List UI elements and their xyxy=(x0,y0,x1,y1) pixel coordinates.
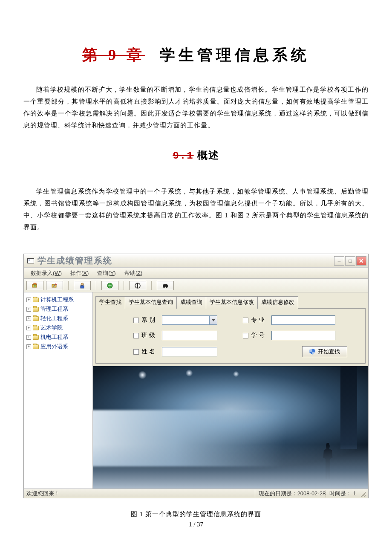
folder-icon xyxy=(33,316,39,321)
start-search-button[interactable]: 开始查找 xyxy=(302,346,347,357)
expand-icon[interactable]: + xyxy=(26,335,31,340)
status-date: 现在的日期是：2008-02-28 xyxy=(255,490,326,497)
svg-rect-10 xyxy=(164,284,167,286)
toolbar-btn-5[interactable] xyxy=(129,281,146,290)
class-checkbox[interactable] xyxy=(133,333,139,338)
chevron-down-icon[interactable] xyxy=(209,316,217,324)
pillar xyxy=(340,366,357,449)
name-label: 姓名 xyxy=(141,348,162,356)
expand-icon[interactable]: + xyxy=(26,307,31,312)
tab-student-info-query[interactable]: 学生基本信息查询 xyxy=(125,296,177,309)
chapter-title: 学生管理信息系统 xyxy=(160,46,310,64)
class-input[interactable] xyxy=(162,331,217,340)
sid-input[interactable] xyxy=(271,331,335,340)
tab-grade-query[interactable]: 成绩查询 xyxy=(176,296,206,309)
resize-grip-icon[interactable] xyxy=(360,491,366,497)
toolbar-separator xyxy=(124,281,124,290)
right-pane: 学生查找 学生基本信息查询 成绩查询 学生基本信息修改 成绩信息修改 系别 专业 xyxy=(93,292,368,489)
name-checkbox[interactable] xyxy=(133,349,139,355)
tree-item[interactable]: +艺术学院 xyxy=(26,323,91,332)
section-heading: 9.1 概述 xyxy=(23,148,369,162)
status-time: 时间是： 1 xyxy=(326,490,358,497)
menu-operate[interactable]: 操作(X) xyxy=(66,269,93,277)
status-bar: 欢迎您回来！ 现在的日期是：2008-02-28 时间是： 1 xyxy=(24,489,368,498)
subway-train xyxy=(93,410,288,466)
toolbar-separator xyxy=(96,281,96,290)
minimize-button[interactable] xyxy=(334,256,344,266)
toolbar-btn-3[interactable] xyxy=(74,281,91,290)
dept-combo[interactable] xyxy=(162,315,217,325)
expand-icon[interactable]: + xyxy=(26,344,31,349)
section-title: 概述 xyxy=(197,150,219,161)
tab-grade-edit[interactable]: 成绩信息修改 xyxy=(257,296,298,309)
status-welcome: 欢迎您回来！ xyxy=(26,490,60,497)
tab-student-search[interactable]: 学生查找 xyxy=(95,296,125,309)
toolbar-btn-4[interactable] xyxy=(101,281,118,290)
intro-paragraph: 随着学校规模的不断扩大，学生数量的不断增加，学生的信息量也成倍增长。学生管理工作… xyxy=(23,84,369,131)
toolbar-separator xyxy=(68,281,69,290)
dept-label: 系别 xyxy=(141,316,162,324)
tree-item[interactable]: +应用外语系 xyxy=(26,342,91,351)
toolbar-btn-2[interactable] xyxy=(46,281,63,290)
toolbar-btn-1[interactable] xyxy=(26,281,43,290)
tab-student-info-edit[interactable]: 学生基本信息修改 xyxy=(206,296,258,309)
folder-icon xyxy=(33,344,39,349)
window-controls xyxy=(334,256,366,266)
banner-image xyxy=(93,366,368,489)
tree-item[interactable]: +轻化工程系 xyxy=(26,314,91,323)
folder-icon xyxy=(33,298,39,302)
toolbar-separator xyxy=(151,281,152,290)
tree-item[interactable]: +计算机工程系 xyxy=(26,295,91,304)
section-paragraph: 学生管理信息系统作为学校管理中的一个子系统，与其他子系统，如教学管理系统、人事管… xyxy=(23,185,369,233)
close-button[interactable] xyxy=(356,256,366,266)
sid-label: 学号 xyxy=(251,332,271,339)
app-icon xyxy=(27,258,34,263)
folder-icon xyxy=(33,307,39,312)
tree-item[interactable]: +机电工程系 xyxy=(26,332,91,342)
window-title: 学生成绩管理系统 xyxy=(37,255,112,266)
svg-rect-7 xyxy=(137,283,138,288)
svg-point-3 xyxy=(81,283,84,286)
chapter-number: 第 9 章 xyxy=(82,46,145,64)
chapter-heading: 第 9 章 学生管理信息系统 xyxy=(23,45,369,66)
titlebar: 学生成绩管理系统 xyxy=(24,254,368,268)
menu-bar: 数据录入(W) 操作(X) 查询(Y) 帮助(Z) xyxy=(24,268,368,279)
department-tree: +计算机工程系 +管理工程系 +轻化工程系 +艺术学院 +机电工程系 +应用外语… xyxy=(24,292,93,489)
dept-checkbox[interactable] xyxy=(133,318,139,323)
expand-icon[interactable]: + xyxy=(26,326,31,330)
main-area: +计算机工程系 +管理工程系 +轻化工程系 +艺术学院 +机电工程系 +应用外语… xyxy=(24,292,368,489)
person-silhouette xyxy=(320,443,335,479)
menu-data-entry[interactable]: 数据录入(W) xyxy=(26,269,66,277)
page-number: 1 / 37 xyxy=(23,521,369,528)
major-label: 专业 xyxy=(251,316,271,324)
shield-icon xyxy=(309,349,315,355)
maximize-button[interactable] xyxy=(345,256,355,266)
svg-rect-4 xyxy=(81,286,84,288)
app-window: 学生成绩管理系统 数据录入(W) 操作(X) 查询(Y) 帮助(Z) xyxy=(23,254,369,498)
toolbar xyxy=(24,279,368,292)
figure-caption: 图 1 第一个典型的学生管理信息系统的界面 xyxy=(23,510,369,518)
menu-query[interactable]: 查询(Y) xyxy=(93,269,120,277)
search-panel: 系别 专业 班级 学号 xyxy=(95,308,366,364)
sid-checkbox[interactable] xyxy=(243,333,248,338)
class-label: 班级 xyxy=(141,332,162,339)
folder-icon xyxy=(33,335,39,340)
name-input[interactable] xyxy=(162,347,217,356)
tab-strip: 学生查找 学生基本信息查询 成绩查询 学生基本信息修改 成绩信息修改 xyxy=(93,292,368,308)
section-number: 9.1 xyxy=(173,150,193,162)
major-input[interactable] xyxy=(271,315,335,325)
expand-icon[interactable]: + xyxy=(26,316,31,321)
folder-icon xyxy=(33,326,39,330)
menu-help[interactable]: 帮助(Z) xyxy=(120,269,147,277)
tree-item[interactable]: +管理工程系 xyxy=(26,304,91,314)
major-checkbox[interactable] xyxy=(243,318,248,323)
expand-icon[interactable]: + xyxy=(26,298,31,302)
toolbar-btn-6[interactable] xyxy=(157,281,174,290)
